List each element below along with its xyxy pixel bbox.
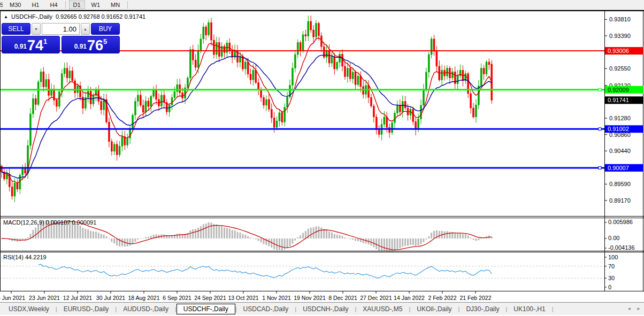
tab-separator: |	[552, 306, 554, 312]
macd-values: 0.000107 0.000091	[45, 219, 96, 226]
svg-text:18 Aug 2021: 18 Aug 2021	[128, 295, 160, 301]
svg-text:14 Jan 2022: 14 Jan 2022	[394, 295, 425, 301]
chart-title: ▲ USDCHF-,Daily 0.92665 0.92768 0.91652 …	[4, 13, 145, 20]
toolbar-separator	[127, 1, 128, 9]
bottom-tab-uk100-h1[interactable]: UK100-,H1	[507, 304, 551, 314]
svg-text:0.92009: 0.92009	[608, 87, 629, 93]
svg-text:0.91741: 0.91741	[608, 97, 629, 103]
chart-tab-bar: USDX,Weekly|EURUSD-,Daily|AUDUSD-,Daily|…	[0, 302, 644, 315]
macd-label: MACD(12,26,9) 0.000107 0.000091	[3, 219, 96, 226]
collapse-panel-icon[interactable]: ▲	[4, 14, 8, 19]
svg-text:0.89170: 0.89170	[609, 197, 631, 204]
svg-text:12 Jul 2021: 12 Jul 2021	[63, 295, 92, 301]
bottom-tab-ukoil-daily[interactable]: UKOil-,Daily	[410, 304, 458, 314]
svg-text:1 Nov 2021: 1 Nov 2021	[262, 295, 291, 301]
svg-text:0.93006: 0.93006	[608, 48, 629, 54]
bottom-tab-eurusd-daily[interactable]: EURUSD-,Daily	[57, 304, 116, 314]
bottom-tab-usdcad-daily[interactable]: USDCAD-,Daily	[237, 304, 295, 314]
svg-text:70: 70	[608, 263, 615, 269]
one-click-trading-panel: SELL ▼ ▲ BUY 0.91 74 1 0.91 76 5	[2, 23, 120, 53]
bottom-tab-usdchf-daily[interactable]: USDCHF-,Daily	[177, 304, 235, 314]
svg-text:2 Feb 2022: 2 Feb 2022	[428, 295, 456, 301]
svg-text:21 Feb 2022: 21 Feb 2022	[460, 295, 492, 301]
svg-text:0.91002: 0.91002	[608, 126, 629, 132]
timeframe-button-m30[interactable]: M30	[5, 1, 25, 9]
svg-text:-0.004136: -0.004136	[608, 244, 635, 251]
sell-price-small: 0.91	[14, 43, 27, 50]
buy-price-sup: 5	[103, 37, 107, 45]
buy-price-small: 0.91	[74, 43, 87, 50]
tab-scroll-left-icon[interactable]: ◄	[627, 306, 631, 311]
svg-text:0.90007: 0.90007	[608, 165, 629, 171]
svg-text:24 Sep 2021: 24 Sep 2021	[194, 295, 226, 301]
svg-text:0.91280: 0.91280	[609, 115, 631, 121]
svg-text:0.93810: 0.93810	[609, 16, 631, 22]
sell-price-box[interactable]: 0.91 74 1	[2, 36, 60, 53]
svg-text:0.005986: 0.005986	[608, 219, 633, 225]
timeframe-button-w1[interactable]: W1	[87, 1, 105, 9]
price-chart[interactable]: 0.938100.933900.929700.925500.921200.917…	[0, 11, 644, 303]
sell-price-big: 74	[27, 40, 43, 51]
svg-text:19 Nov 2021: 19 Nov 2021	[294, 295, 326, 301]
rsi-label: RSI(14) 44.2219	[3, 254, 47, 260]
timeframe-button-5[interactable]: 5	[0, 1, 3, 9]
timeframe-toolbar: 5M30H1H4D1W1MN	[0, 0, 644, 10]
timeframe-button-d1[interactable]: D1	[69, 1, 85, 9]
svg-text:8 Dec 2021: 8 Dec 2021	[328, 295, 357, 301]
bottom-tab-usdcnh-daily[interactable]: USDCNH-,Daily	[296, 304, 355, 314]
chart-window: 0.938100.933900.929700.925500.921200.917…	[0, 10, 644, 302]
volume-down-icon[interactable]: ▼	[32, 23, 41, 35]
bottom-tab-xauusd-m5[interactable]: XAUUSD-,M5	[356, 304, 409, 314]
svg-text:0: 0	[608, 284, 611, 290]
timeframe-button-h4[interactable]: H4	[45, 1, 62, 9]
chart-symbol-period: USDCHF-,Daily	[11, 13, 52, 20]
timeframe-button-mn[interactable]: MN	[106, 1, 124, 9]
buy-price-box[interactable]: 0.91 76 5	[62, 36, 120, 53]
bottom-tab-audusd-daily[interactable]: AUDUSD-,Daily	[117, 304, 175, 314]
bottom-tab-dj30-daily[interactable]: DJ30-,Daily	[459, 304, 505, 314]
svg-text:0.92550: 0.92550	[609, 65, 631, 72]
volume-input[interactable]	[42, 23, 80, 35]
macd-name: MACD(12,26,9)	[3, 219, 44, 226]
sell-price-sup: 1	[43, 37, 47, 45]
rsi-value: 44.2219	[25, 254, 47, 260]
rsi-name: RSI(14)	[3, 254, 24, 260]
svg-text:0.89590: 0.89590	[609, 181, 631, 187]
svg-text:4 Jun 2021: 4 Jun 2021	[0, 295, 25, 301]
bottom-tab-usdx-weekly[interactable]: USDX,Weekly	[2, 304, 56, 314]
buy-button[interactable]: BUY	[91, 23, 120, 35]
svg-text:0.00: 0.00	[608, 235, 619, 241]
toolbar-separator	[65, 1, 66, 9]
svg-text:13 Oct 2021: 13 Oct 2021	[228, 295, 258, 301]
svg-text:30: 30	[608, 275, 615, 281]
svg-text:27 Dec 2021: 27 Dec 2021	[360, 295, 392, 301]
chart-ohlc-values: 0.92665 0.92768 0.91652 0.91741	[56, 13, 145, 20]
svg-text:6 Sep 2021: 6 Sep 2021	[163, 295, 191, 301]
timeframe-button-h1[interactable]: H1	[27, 1, 43, 9]
svg-text:23 Jun 2021: 23 Jun 2021	[29, 295, 60, 301]
svg-text:0.90440: 0.90440	[609, 148, 631, 154]
svg-text:100: 100	[608, 254, 618, 260]
tab-scroll-right-icon[interactable]: ►	[637, 306, 641, 311]
volume-up-icon[interactable]: ▲	[81, 23, 90, 35]
sell-button[interactable]: SELL	[2, 23, 30, 35]
svg-text:30 Jul 2021: 30 Jul 2021	[96, 295, 125, 301]
svg-text:0.93390: 0.93390	[609, 33, 631, 39]
buy-price-big: 76	[87, 40, 103, 51]
